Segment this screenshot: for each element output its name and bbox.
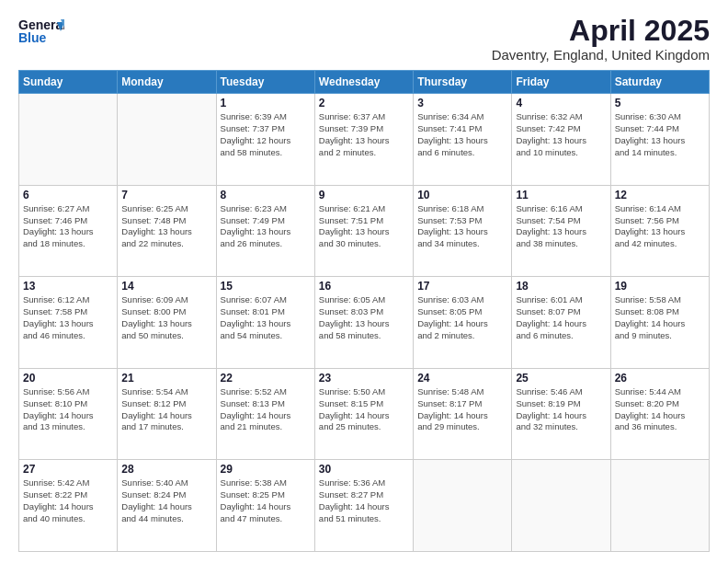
calendar-week-row: 27Sunrise: 5:42 AM Sunset: 8:22 PM Dayli…: [19, 460, 710, 552]
day-info: Sunrise: 5:44 AM Sunset: 8:20 PM Dayligh…: [615, 386, 705, 433]
calendar-cell: 6Sunrise: 6:27 AM Sunset: 7:46 PM Daylig…: [19, 185, 118, 277]
calendar-cell: 15Sunrise: 6:07 AM Sunset: 8:01 PM Dayli…: [216, 277, 314, 369]
day-number: 23: [319, 372, 409, 385]
day-number: 12: [615, 189, 705, 201]
day-number: 17: [417, 280, 507, 293]
header-wednesday: Wednesday: [314, 71, 413, 94]
day-info: Sunrise: 6:16 AM Sunset: 7:54 PM Dayligh…: [516, 203, 606, 250]
day-number: 11: [516, 189, 606, 201]
day-info: Sunrise: 6:39 AM Sunset: 7:37 PM Dayligh…: [221, 111, 311, 158]
header: General Blue April 2025 Daventry, Englan…: [18, 15, 710, 63]
day-number: 2: [319, 97, 409, 109]
day-info: Sunrise: 6:03 AM Sunset: 8:05 PM Dayligh…: [417, 294, 507, 341]
calendar-cell: 18Sunrise: 6:01 AM Sunset: 8:07 PM Dayli…: [512, 277, 610, 369]
calendar-cell: 28Sunrise: 5:40 AM Sunset: 8:24 PM Dayli…: [118, 460, 216, 552]
day-number: 6: [23, 189, 113, 201]
day-number: 22: [221, 372, 311, 385]
weekday-header-row: Sunday Monday Tuesday Wednesday Thursday…: [19, 71, 710, 94]
day-info: Sunrise: 6:09 AM Sunset: 8:00 PM Dayligh…: [121, 294, 211, 341]
calendar-cell: [512, 460, 610, 552]
day-info: Sunrise: 5:38 AM Sunset: 8:25 PM Dayligh…: [221, 477, 311, 524]
calendar-cell: 27Sunrise: 5:42 AM Sunset: 8:22 PM Dayli…: [19, 460, 118, 552]
day-info: Sunrise: 6:34 AM Sunset: 7:41 PM Dayligh…: [417, 111, 507, 158]
day-number: 3: [417, 97, 507, 109]
header-thursday: Thursday: [414, 71, 512, 94]
calendar-cell: 11Sunrise: 6:16 AM Sunset: 7:54 PM Dayli…: [512, 185, 610, 277]
day-info: Sunrise: 6:37 AM Sunset: 7:39 PM Dayligh…: [319, 111, 409, 158]
calendar-cell: [610, 460, 709, 552]
day-number: 15: [221, 280, 311, 293]
day-number: 26: [615, 372, 705, 385]
logo-icon: General Blue: [18, 15, 64, 52]
calendar-cell: 5Sunrise: 6:30 AM Sunset: 7:44 PM Daylig…: [610, 94, 709, 186]
calendar-week-row: 6Sunrise: 6:27 AM Sunset: 7:46 PM Daylig…: [19, 185, 710, 277]
calendar-cell: 7Sunrise: 6:25 AM Sunset: 7:48 PM Daylig…: [118, 185, 216, 277]
calendar-cell: 20Sunrise: 5:56 AM Sunset: 8:10 PM Dayli…: [19, 368, 118, 460]
calendar-cell: [19, 94, 118, 186]
calendar-table: Sunday Monday Tuesday Wednesday Thursday…: [18, 70, 710, 552]
calendar-cell: 12Sunrise: 6:14 AM Sunset: 7:56 PM Dayli…: [610, 185, 709, 277]
calendar-title: April 2025: [492, 15, 710, 47]
day-number: 29: [221, 463, 311, 476]
day-info: Sunrise: 6:21 AM Sunset: 7:51 PM Dayligh…: [319, 203, 409, 250]
day-info: Sunrise: 5:40 AM Sunset: 8:24 PM Dayligh…: [121, 477, 211, 524]
calendar-cell: 2Sunrise: 6:37 AM Sunset: 7:39 PM Daylig…: [314, 94, 413, 186]
header-saturday: Saturday: [610, 71, 709, 94]
day-info: Sunrise: 5:56 AM Sunset: 8:10 PM Dayligh…: [23, 386, 113, 433]
calendar-cell: 14Sunrise: 6:09 AM Sunset: 8:00 PM Dayli…: [118, 277, 216, 369]
calendar-cell: [118, 94, 216, 186]
day-number: 30: [319, 463, 409, 476]
calendar-cell: 26Sunrise: 5:44 AM Sunset: 8:20 PM Dayli…: [610, 368, 709, 460]
calendar-cell: 22Sunrise: 5:52 AM Sunset: 8:13 PM Dayli…: [216, 368, 314, 460]
calendar-cell: 25Sunrise: 5:46 AM Sunset: 8:19 PM Dayli…: [512, 368, 610, 460]
calendar-cell: 9Sunrise: 6:21 AM Sunset: 7:51 PM Daylig…: [314, 185, 413, 277]
calendar-cell: 24Sunrise: 5:48 AM Sunset: 8:17 PM Dayli…: [414, 368, 512, 460]
day-number: 14: [121, 280, 211, 293]
day-number: 16: [319, 280, 409, 293]
day-info: Sunrise: 5:36 AM Sunset: 8:27 PM Dayligh…: [319, 477, 409, 524]
day-info: Sunrise: 6:12 AM Sunset: 7:58 PM Dayligh…: [23, 294, 113, 341]
calendar-cell: 1Sunrise: 6:39 AM Sunset: 7:37 PM Daylig…: [216, 94, 314, 186]
day-number: 20: [23, 372, 113, 385]
day-info: Sunrise: 5:46 AM Sunset: 8:19 PM Dayligh…: [516, 386, 606, 433]
day-number: 18: [516, 280, 606, 293]
calendar-cell: 16Sunrise: 6:05 AM Sunset: 8:03 PM Dayli…: [314, 277, 413, 369]
day-number: 5: [615, 97, 705, 109]
day-info: Sunrise: 6:25 AM Sunset: 7:48 PM Dayligh…: [121, 203, 211, 250]
day-info: Sunrise: 6:05 AM Sunset: 8:03 PM Dayligh…: [319, 294, 409, 341]
day-info: Sunrise: 6:14 AM Sunset: 7:56 PM Dayligh…: [615, 203, 705, 250]
header-sunday: Sunday: [19, 71, 118, 94]
day-number: 28: [121, 463, 211, 476]
page: General Blue April 2025 Daventry, Englan…: [0, 0, 728, 563]
day-number: 4: [516, 97, 606, 109]
header-tuesday: Tuesday: [216, 71, 314, 94]
calendar-cell: 30Sunrise: 5:36 AM Sunset: 8:27 PM Dayli…: [314, 460, 413, 552]
day-info: Sunrise: 6:27 AM Sunset: 7:46 PM Dayligh…: [23, 203, 113, 250]
header-monday: Monday: [118, 71, 216, 94]
calendar-week-row: 20Sunrise: 5:56 AM Sunset: 8:10 PM Dayli…: [19, 368, 710, 460]
day-info: Sunrise: 5:42 AM Sunset: 8:22 PM Dayligh…: [23, 477, 113, 524]
day-number: 21: [121, 372, 211, 385]
day-info: Sunrise: 5:48 AM Sunset: 8:17 PM Dayligh…: [417, 386, 507, 433]
calendar-subtitle: Daventry, England, United Kingdom: [492, 47, 710, 63]
calendar-cell: 29Sunrise: 5:38 AM Sunset: 8:25 PM Dayli…: [216, 460, 314, 552]
day-number: 9: [319, 189, 409, 201]
day-number: 13: [23, 280, 113, 293]
svg-text:Blue: Blue: [18, 30, 47, 45]
day-number: 27: [23, 463, 113, 476]
day-info: Sunrise: 6:32 AM Sunset: 7:42 PM Dayligh…: [516, 111, 606, 158]
calendar-cell: 3Sunrise: 6:34 AM Sunset: 7:41 PM Daylig…: [414, 94, 512, 186]
header-friday: Friday: [512, 71, 610, 94]
day-number: 19: [615, 280, 705, 293]
day-number: 8: [221, 189, 311, 201]
day-number: 1: [221, 97, 311, 109]
day-info: Sunrise: 5:54 AM Sunset: 8:12 PM Dayligh…: [121, 386, 211, 433]
calendar-cell: 17Sunrise: 6:03 AM Sunset: 8:05 PM Dayli…: [414, 277, 512, 369]
day-info: Sunrise: 6:07 AM Sunset: 8:01 PM Dayligh…: [221, 294, 311, 341]
calendar-cell: 8Sunrise: 6:23 AM Sunset: 7:49 PM Daylig…: [216, 185, 314, 277]
day-info: Sunrise: 5:58 AM Sunset: 8:08 PM Dayligh…: [615, 294, 705, 341]
day-number: 25: [516, 372, 606, 385]
calendar-cell: 10Sunrise: 6:18 AM Sunset: 7:53 PM Dayli…: [414, 185, 512, 277]
day-number: 7: [121, 189, 211, 201]
day-info: Sunrise: 6:18 AM Sunset: 7:53 PM Dayligh…: [417, 203, 507, 250]
